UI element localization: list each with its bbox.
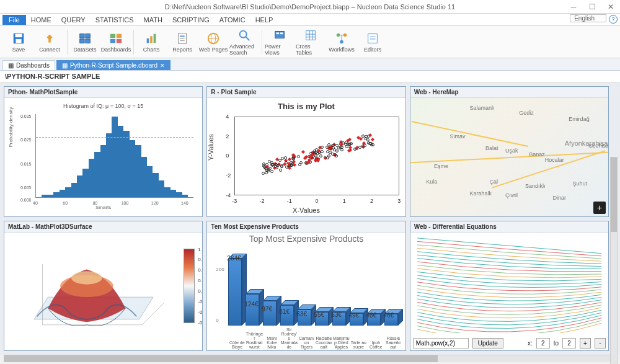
vertical-scrollbar[interactable] <box>610 157 618 364</box>
svg-rect-7 <box>110 33 115 37</box>
search-icon <box>237 29 251 42</box>
minus-button[interactable]: - <box>595 338 606 348</box>
diffeq-plot <box>413 235 606 334</box>
panel-title: Web - HereMap <box>410 87 608 98</box>
editors-button[interactable]: Editors <box>358 27 388 57</box>
svg-rect-24 <box>277 32 280 34</box>
svg-rect-11 <box>147 38 149 43</box>
chart-title: Top Most Expensive Products <box>207 234 405 244</box>
diffeq-controls: Update x: to + - <box>413 338 606 348</box>
ribbon-toolbar: Save Connect DataSets Dashboards Charts … <box>0 26 620 58</box>
titlebar: D:\Net\Nucleon Software\BI Studio\Demo\D… <box>0 0 620 14</box>
scatter-plot <box>234 117 399 195</box>
window-controls: ─ ☐ ✕ <box>564 0 620 14</box>
svg-rect-8 <box>117 33 122 37</box>
svg-point-21 <box>240 30 247 37</box>
svg-rect-5 <box>80 38 84 42</box>
crosstables-button[interactable]: Cross Tables <box>296 27 326 57</box>
panel-histogram: Pthon- MathPlotSample Histogram of IQ: μ… <box>4 86 203 217</box>
connect-button[interactable]: Connect <box>35 27 64 57</box>
file-menu[interactable]: File <box>2 15 26 25</box>
svg-rect-4 <box>86 33 90 37</box>
svg-rect-6 <box>86 38 90 42</box>
menu-atomic[interactable]: ATOMIC <box>215 15 250 25</box>
close-icon[interactable]: ✕ <box>160 63 165 69</box>
here-map[interactable]: SalamanlıGedizEmirdağSimavBalatUşakBanaz… <box>410 98 608 216</box>
update-button[interactable]: Update <box>472 338 503 348</box>
svg-line-22 <box>246 37 250 40</box>
plug-icon <box>43 32 56 45</box>
plus-button[interactable]: + <box>580 338 591 348</box>
horizontal-scrollbar[interactable] <box>4 355 616 362</box>
separator <box>133 30 134 55</box>
panel-title: R - Plot Sample <box>207 87 405 98</box>
menubar: File HOME QUERY STATISTICS MATH SCRIPTIN… <box>0 14 620 26</box>
help-icon[interactable]: ? <box>609 15 618 24</box>
grid-icon: ▦ <box>8 62 14 69</box>
datasets-button[interactable]: DataSets <box>70 27 100 57</box>
document-tabstrip: ▦Dashboards ▦Python-R-Script Sample.dboa… <box>0 58 620 71</box>
svg-rect-26 <box>306 30 316 40</box>
powerviews-button[interactable]: Power Views <box>265 27 294 57</box>
panel-title: Web - Differential Equations <box>410 221 608 233</box>
panel-diffeq: Web - Differential Equations Update x: t… <box>410 221 609 352</box>
svg-rect-25 <box>280 32 283 34</box>
svg-rect-10 <box>117 38 122 42</box>
panel-map: Web - HereMap SalamanlıGedizEmirdağSimav… <box>410 86 609 217</box>
svg-point-41 <box>71 271 102 284</box>
dashboards-icon <box>109 32 123 45</box>
tab-python-r-script[interactable]: ▦Python-R-Script Sample.dboard✕ <box>56 60 170 70</box>
menu-query[interactable]: QUERY <box>56 15 91 25</box>
svg-rect-1 <box>16 33 22 37</box>
separator <box>262 30 262 55</box>
save-button[interactable]: Save <box>4 27 33 57</box>
window-title: D:\Net\Nucleon Software\BI Studio\Demo\D… <box>165 3 455 11</box>
grid-icon: ▦ <box>62 62 68 69</box>
panel-title: MatLab - MathPlot3DSurface <box>4 221 202 233</box>
cross-icon <box>304 29 317 42</box>
svg-rect-13 <box>154 33 156 43</box>
workflow-icon <box>335 32 348 45</box>
menu-statistics[interactable]: STATISTICS <box>91 15 139 25</box>
x-from-input[interactable] <box>536 338 550 348</box>
svg-rect-9 <box>110 38 115 42</box>
panel-title: Ten Most Expensive Products <box>207 221 405 233</box>
power-icon <box>273 29 286 42</box>
web-icon <box>206 32 220 45</box>
menu-help[interactable]: HELP <box>250 15 278 25</box>
editor-icon <box>366 32 379 45</box>
webpages-button[interactable]: Web Pages <box>198 27 228 57</box>
panel-title: Pthon- MathPlotSample <box>4 87 202 98</box>
surface-plot: 1.010.750.510.250.01-0.25-0.50-0.75 <box>8 236 198 347</box>
svg-rect-2 <box>16 38 21 42</box>
close-button[interactable]: ✕ <box>601 0 620 14</box>
reports-icon <box>175 32 189 45</box>
menu-home[interactable]: HOME <box>26 15 56 25</box>
maximize-button[interactable]: ☐ <box>583 0 601 14</box>
dashboard-workspace: Pthon- MathPlotSample Histogram of IQ: μ… <box>0 82 620 355</box>
svg-rect-3 <box>80 33 84 37</box>
advsearch-button[interactable]: Advanced Search <box>229 27 259 57</box>
svg-rect-36 <box>368 33 378 43</box>
tab-dashboards[interactable]: ▦Dashboards <box>2 60 55 70</box>
tables-icon <box>78 32 92 45</box>
menu-math[interactable]: MATH <box>139 15 167 25</box>
workflows-button[interactable]: Workflows <box>327 27 356 57</box>
menu-scripting[interactable]: SCRIPTING <box>167 15 215 25</box>
colorbar: 1.010.750.510.250.01-0.25-0.50-0.75 <box>184 249 195 323</box>
x-to-input[interactable] <box>562 338 576 348</box>
minimize-button[interactable]: ─ <box>564 0 583 14</box>
svg-rect-12 <box>150 36 153 43</box>
panel-bars: Ten Most Expensive Products Top Most Exp… <box>206 221 405 352</box>
reports-button[interactable]: Reports <box>167 27 197 57</box>
language-selector[interactable]: English <box>570 14 606 22</box>
svg-rect-23 <box>275 31 285 38</box>
bar-chart-3d: 264€Côte de Blaye124€Thüringer Rostbratw… <box>226 250 401 326</box>
zoom-in-button[interactable]: + <box>593 202 606 214</box>
panel-scatter: R - Plot Sample This is my Plot Y-Values… <box>206 86 405 217</box>
breadcrumb: \PYTHON-R-SCRIPT SAMPLE <box>0 71 620 82</box>
charts-button[interactable]: Charts <box>136 27 166 57</box>
expression-input[interactable] <box>413 338 469 348</box>
histogram-chart: Histogram of IQ: μ = 100, σ = 15 Probabi… <box>9 103 197 211</box>
dashboards-button[interactable]: Dashboards <box>101 27 131 57</box>
